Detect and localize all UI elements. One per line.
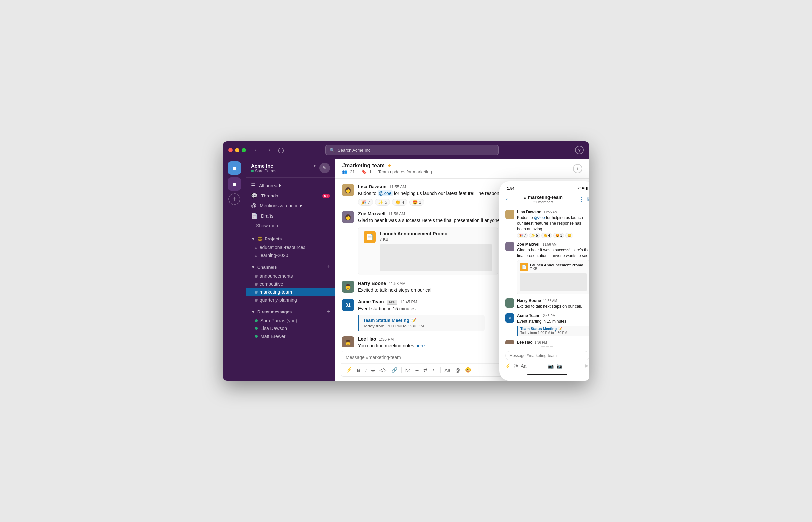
emoji-button[interactable]: 😀 <box>463 366 473 374</box>
mobile-avatar <box>505 340 515 344</box>
sidebar-item-competitive[interactable]: # competitive <box>246 280 335 288</box>
reaction-item[interactable]: 🎉 7 <box>358 199 373 206</box>
mobile-sender: Zoe Maxwell <box>517 242 541 247</box>
mobile-time: 11:55 AM <box>543 210 557 214</box>
hash-icon: # <box>255 245 257 250</box>
mobile-search-icon[interactable]: ⋮ <box>579 197 584 203</box>
sidebar: Acme Inc ▼ Sara Parras ✎ ☰ All unreads <box>246 159 335 381</box>
mobile-time: 1:36 PM <box>535 341 547 344</box>
sidebar-item-all-unreads[interactable]: ☰ All unreads <box>246 180 335 190</box>
channel-info-button[interactable]: ℹ <box>573 164 582 173</box>
mobile-message-row: Harry Boone 11:58 AM Excited to talk nex… <box>505 298 589 309</box>
mobile-back-button[interactable]: ‹ <box>506 196 508 203</box>
reaction-item[interactable]: 😍 1 <box>409 199 424 206</box>
close-button[interactable] <box>228 148 233 152</box>
mobile-reaction[interactable]: 🎉 7 <box>517 233 528 238</box>
format-button[interactable]: ↩ <box>431 366 438 374</box>
sidebar-item-marketing-team[interactable]: # marketing-team <box>246 288 335 296</box>
mobile-message-header: Lee Hao 1:36 PM <box>517 340 589 344</box>
back-button[interactable]: ← <box>253 146 260 154</box>
show-more-button[interactable]: ↓ Show more <box>246 221 335 230</box>
code-button[interactable]: </> <box>378 366 388 374</box>
indent-button[interactable]: ⇄ <box>422 366 429 374</box>
link-button[interactable]: 🔗 <box>390 366 399 374</box>
sidebar-item-drafts[interactable]: 📄 Drafts <box>246 211 335 221</box>
ordered-list-button[interactable]: № <box>404 366 412 374</box>
maximize-button[interactable] <box>241 148 246 152</box>
sidebar-item-educational-resources[interactable]: # educational-resources <box>246 243 335 252</box>
sidebar-item-sara[interactable]: Sara Parras (you) <box>246 317 335 324</box>
reaction-item[interactable]: ✨ 5 <box>375 199 390 206</box>
mention-button[interactable]: @ <box>453 366 462 374</box>
avatar: 👨 <box>342 337 354 347</box>
channel-title: #marketing-team ★ 👥 21 | 🔖 1 | Team upda… <box>342 163 573 174</box>
mobile-add-reaction[interactable]: 😃 <box>565 233 574 238</box>
dm-name: Matt Brewer <box>260 334 285 339</box>
workspace-icon-secondary[interactable]: ■ <box>228 177 241 190</box>
mobile-input-toolbar: ⚡ @ Aa 📷 📷 ► <box>505 362 589 369</box>
mobile-mention-button[interactable]: @ <box>514 363 518 369</box>
channels-section-header[interactable]: ▼ Channels + <box>246 262 335 272</box>
message-time: 11:55 AM <box>389 184 406 189</box>
sidebar-item-learning-2020[interactable]: # learning-2020 <box>246 252 335 259</box>
italic-button[interactable]: I <box>364 366 368 374</box>
mobile-message-header: Acme Team 12:45 PM <box>517 313 589 318</box>
channel-name: learning-2020 <box>259 253 288 258</box>
mobile-signal-icons: ☄ ∗ ▮ <box>577 186 588 190</box>
event-title: Team Status Meeting 📝 <box>363 318 481 323</box>
channel-meta: 👥 21 | 🔖 1 | Team updates for marketing <box>342 169 432 174</box>
nav-item-label: All unreads <box>259 183 282 188</box>
channels-label: Channels <box>257 265 277 270</box>
mobile-lightning-button[interactable]: ⚡ <box>505 363 511 369</box>
avatar: 31 <box>342 299 354 311</box>
mobile-file-size: 7 KB <box>530 267 583 270</box>
help-button[interactable]: ? <box>575 146 584 154</box>
mobile-file-info: Launch Announcement Promo 7 KB <box>530 263 583 270</box>
sidebar-item-threads[interactable]: 💬 Threads 9+ <box>246 190 335 201</box>
strikethrough-button[interactable]: S <box>370 366 376 374</box>
mention: @Zoe <box>378 190 392 196</box>
reaction-count: 7 <box>368 200 370 205</box>
mobile-message-text: Event starting in 15 minutes: <box>517 319 589 324</box>
message-time: 1:36 PM <box>379 337 394 342</box>
compose-button[interactable]: ✎ <box>320 163 330 173</box>
mobile-sender: Harry Boone <box>517 298 541 303</box>
mobile-reaction[interactable]: ✨ 5 <box>529 233 540 238</box>
meeting-notes-link[interactable]: here <box>415 343 425 347</box>
mobile-info-icon[interactable]: ℹ <box>587 197 589 203</box>
mobile-message-input[interactable] <box>505 351 589 360</box>
sidebar-item-quarterly-planning[interactable]: # quarterly-planning <box>246 296 335 304</box>
sidebar-item-lisa[interactable]: Lisa Dawson <box>246 324 335 333</box>
mobile-header: ‹ # marketing-team 21 members ⋮ ℹ <box>502 192 589 207</box>
workspace-icon-primary[interactable]: ■ <box>228 161 241 175</box>
forward-button[interactable]: → <box>265 146 273 154</box>
minimize-button[interactable] <box>235 148 239 152</box>
bold-button[interactable]: B <box>355 366 362 374</box>
mobile-reaction[interactable]: 😍 1 <box>554 233 564 238</box>
history-button[interactable]: ◯ <box>276 146 285 155</box>
mobile-text-button[interactable]: Aa <box>521 363 526 369</box>
nav-item-label: Threads <box>261 193 278 199</box>
add-channel-button[interactable]: + <box>327 264 330 270</box>
mobile-status-bar: 1:54 ☄ ∗ ▮ <box>502 184 589 192</box>
mobile-reaction[interactable]: 👏 4 <box>541 233 552 238</box>
sidebar-item-mentions[interactable]: @ Mentions & reactions <box>246 201 335 211</box>
mobile-send-button[interactable]: ► <box>584 362 589 369</box>
mobile-more-button[interactable]: 📷 <box>556 363 562 369</box>
event-card: Team Status Meeting 📝 Today from 1:00 PM… <box>358 315 485 331</box>
mobile-attach-button[interactable]: 📷 <box>548 363 554 369</box>
star-icon: ★ <box>387 163 392 168</box>
add-dm-button[interactable]: + <box>327 308 330 315</box>
mobile-attachment: 📄 Launch Announcement Promo 7 KB <box>517 260 589 294</box>
add-workspace-button[interactable]: + <box>228 193 240 205</box>
dm-section-header[interactable]: ▼ Direct messages + <box>246 306 335 317</box>
search-bar[interactable]: 🔍 Search Acme Inc <box>326 145 499 155</box>
sidebar-item-announcements[interactable]: # announcements <box>246 272 335 280</box>
dm-name: Sara Parras (you) <box>260 318 297 323</box>
unordered-list-button[interactable]: •• <box>414 366 421 374</box>
text-size-button[interactable]: Aa <box>443 366 452 374</box>
projects-section-header[interactable]: ▼ 😎 Projects <box>246 235 335 243</box>
lightning-button[interactable]: ⚡ <box>344 366 354 374</box>
reaction-item[interactable]: 👏 4 <box>392 199 407 206</box>
sidebar-item-matt[interactable]: Matt Brewer <box>246 333 335 340</box>
